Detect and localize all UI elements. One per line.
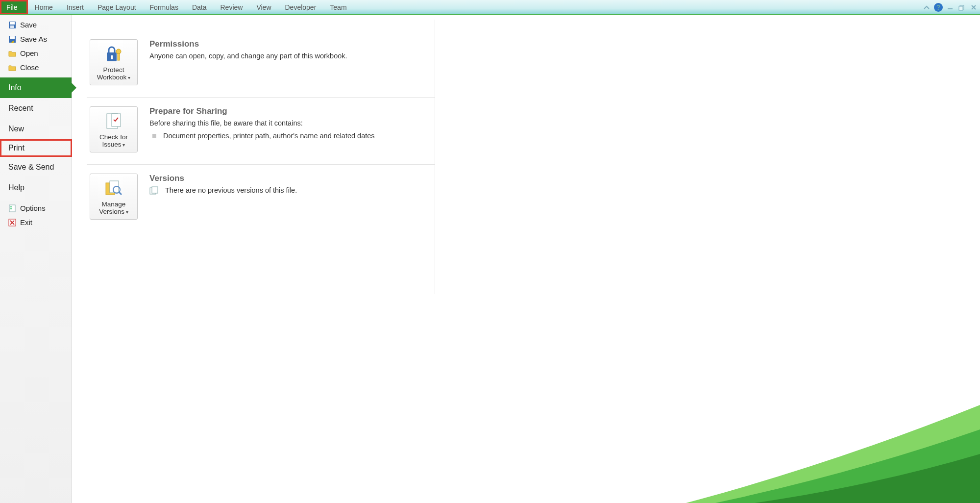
ribbon-tab-developer[interactable]: Developer — [278, 0, 323, 14]
sidebar-item-save[interactable]: Save — [0, 18, 72, 32]
sidebar-label: Print — [8, 144, 24, 152]
sidebar-label: Info — [8, 83, 22, 92]
ribbon-tab-review[interactable]: Review — [214, 0, 250, 14]
svg-rect-7 — [10, 36, 15, 39]
ribbon-tab-data[interactable]: Data — [185, 0, 214, 14]
save-icon — [8, 21, 16, 29]
ribbon-minimize-icon[interactable] — [922, 3, 931, 12]
section-body: There are no previous versions of this f… — [165, 185, 297, 196]
sidebar-label: Open — [20, 49, 38, 57]
sidebar-label: Save — [20, 21, 37, 29]
ribbon-tab-strip: File Home Insert Page Layout Formulas Da… — [0, 0, 980, 15]
button-label: Versions — [99, 208, 124, 215]
backstage-sidebar: Save Save As Open Close Info Recent — [0, 15, 72, 503]
bullet-icon — [152, 134, 156, 138]
svg-rect-5 — [10, 25, 14, 28]
button-label: Check for — [99, 133, 128, 141]
sidebar-item-save-and-send[interactable]: Save & Send — [0, 157, 72, 177]
section-title: Permissions — [149, 39, 435, 49]
folder-open-icon — [8, 50, 16, 57]
button-label: Protect — [103, 66, 124, 74]
sidebar-item-options[interactable]: Options — [0, 201, 72, 215]
svg-rect-0 — [948, 8, 953, 9]
section-body: Anyone can open, copy, and change any pa… — [149, 51, 435, 62]
ribbon-tab-insert[interactable]: Insert — [60, 0, 91, 14]
svg-line-21 — [119, 192, 122, 195]
lock-key-icon — [92, 45, 135, 64]
protect-workbook-button[interactable]: Protect Workbook — [90, 39, 138, 85]
button-label: Workbook — [97, 74, 127, 81]
button-label: Issues — [102, 141, 122, 148]
window-controls: ? — [922, 0, 978, 15]
sidebar-item-info[interactable]: Info — [0, 77, 72, 98]
sidebar-label: Recent — [8, 104, 33, 113]
ribbon-tab-formulas[interactable]: Formulas — [143, 0, 185, 14]
svg-rect-2 — [959, 6, 963, 10]
backstage-content: Protect Workbook Permissions Anyone can … — [72, 15, 980, 503]
backstage-view: Save Save As Open Close Info Recent — [0, 15, 980, 503]
ribbon-tab-home[interactable]: Home — [28, 0, 60, 14]
sidebar-item-new[interactable]: New — [0, 119, 72, 139]
check-for-issues-button[interactable]: Check for Issues — [90, 106, 138, 152]
exit-icon — [8, 219, 16, 226]
window-restore-icon[interactable] — [957, 3, 966, 12]
window-minimize-icon[interactable] — [946, 3, 955, 12]
save-as-icon — [8, 35, 16, 43]
sidebar-label: Help — [8, 183, 24, 192]
section-title: Versions — [149, 174, 435, 183]
sidebar-label: Exit — [20, 218, 32, 226]
ribbon-tab-file[interactable]: File — [0, 0, 28, 14]
sidebar-label: New — [8, 125, 24, 133]
sidebar-label: Save As — [20, 35, 47, 43]
sidebar-label: Save & Send — [8, 163, 54, 172]
sidebar-label: Close — [20, 63, 39, 72]
sidebar-item-print[interactable]: Print — [0, 139, 72, 157]
sidebar-item-help[interactable]: Help — [0, 177, 72, 198]
versions-small-icon — [149, 186, 158, 195]
svg-rect-15 — [118, 53, 120, 60]
ribbon-tab-view[interactable]: View — [249, 0, 278, 14]
section-body: Before sharing this file, be aware that … — [149, 118, 435, 129]
window-close-icon[interactable] — [969, 3, 978, 12]
ribbon-tab-team[interactable]: Team — [323, 0, 353, 14]
content-divider — [435, 20, 435, 294]
svg-rect-8 — [9, 205, 15, 212]
button-label: Manage — [102, 201, 126, 208]
sidebar-item-exit[interactable]: Exit — [0, 215, 72, 229]
svg-rect-13 — [111, 55, 113, 59]
help-icon[interactable]: ? — [934, 3, 943, 12]
sidebar-label: Options — [20, 204, 46, 212]
versions-icon — [92, 179, 135, 199]
svg-rect-10 — [10, 208, 12, 209]
bullet-row: Document properties, printer path, autho… — [149, 131, 435, 142]
folder-close-icon — [8, 64, 16, 72]
svg-rect-9 — [10, 206, 12, 207]
section-versions: Manage Versions Versions There are no pr… — [87, 164, 435, 231]
document-check-icon — [92, 112, 135, 131]
bullet-text: Document properties, printer path, autho… — [163, 131, 375, 142]
svg-rect-4 — [10, 22, 15, 25]
svg-rect-23 — [152, 187, 158, 193]
sidebar-item-recent[interactable]: Recent — [0, 98, 72, 119]
sidebar-item-open[interactable]: Open — [0, 46, 72, 60]
section-prepare-for-sharing: Check for Issues Prepare for Sharing Bef… — [87, 97, 435, 164]
ribbon-tab-page-layout[interactable]: Page Layout — [91, 0, 143, 14]
sidebar-item-save-as[interactable]: Save As — [0, 32, 72, 46]
manage-versions-button[interactable]: Manage Versions — [90, 174, 138, 220]
options-icon — [8, 204, 16, 212]
section-title: Prepare for Sharing — [149, 106, 435, 116]
section-permissions: Protect Workbook Permissions Anyone can … — [87, 25, 435, 97]
sidebar-item-close[interactable]: Close — [0, 60, 72, 75]
